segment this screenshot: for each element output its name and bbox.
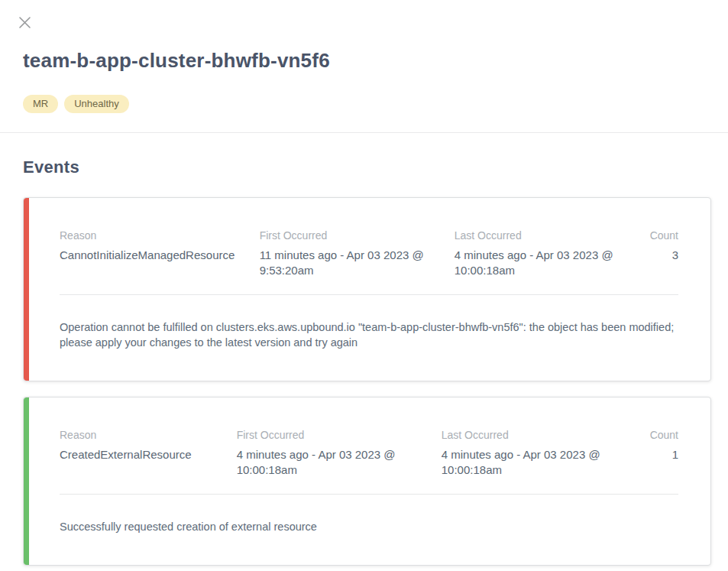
error-status-bar [24, 198, 29, 381]
first-occurred-column: First Occurred 11 minutes ago - Apr 03 2… [260, 229, 455, 278]
close-button[interactable] [12, 10, 37, 35]
last-occurred-column: Last Occurred 4 minutes ago - Apr 03 202… [455, 229, 632, 278]
column-header-reason: Reason [60, 428, 237, 442]
column-header-last-occurred: Last Occurred [442, 428, 632, 442]
card-divider [60, 494, 678, 495]
event-last-occurred: 4 minutes ago - Apr 03 2023 @ 10:00:18am [442, 447, 632, 478]
event-table: Reason CreatedExternalResource First Occ… [60, 428, 678, 478]
event-first-occurred: 11 minutes ago - Apr 03 2023 @ 9:53:20am [260, 248, 455, 278]
badge-row: MR Unhealthy [23, 95, 728, 113]
event-count: 1 [632, 447, 678, 462]
count-column: Count 1 [632, 428, 678, 478]
page-title: team-b-app-cluster-bhwfb-vn5f6 [23, 49, 728, 72]
events-heading: Events [23, 157, 728, 177]
event-first-occurred: 4 minutes ago - Apr 03 2023 @ 10:00:18am [237, 447, 442, 478]
resource-detail-panel: { "modal": { "title": "team-b-app-cluste… [0, 0, 728, 571]
first-occurred-column: First Occurred 4 minutes ago - Apr 03 20… [237, 428, 442, 478]
column-header-count: Count [632, 229, 678, 242]
event-message: Operation cannot be fulfilled on cluster… [60, 320, 678, 350]
success-status-bar [24, 397, 29, 565]
reason-column: Reason CannotInitializeManagedResource [60, 229, 260, 278]
column-header-first-occurred: First Occurred [237, 428, 442, 442]
badge-unhealthy: Unhealthy [64, 95, 129, 113]
reason-column: Reason CreatedExternalResource [60, 428, 237, 478]
event-last-occurred: 4 minutes ago - Apr 03 2023 @ 10:00:18am [455, 248, 632, 278]
event-count: 3 [632, 248, 678, 263]
event-reason: CannotInitializeManagedResource [60, 248, 260, 263]
header-divider [0, 132, 728, 133]
event-message: Successfully requested creation of exter… [60, 519, 678, 534]
event-card-error: Reason CannotInitializeManagedResource F… [23, 197, 711, 381]
card-divider [60, 294, 678, 295]
column-header-first-occurred: First Occurred [260, 229, 455, 242]
count-column: Count 3 [632, 229, 678, 278]
column-header-reason: Reason [60, 229, 260, 242]
column-header-last-occurred: Last Occurred [455, 229, 632, 242]
column-header-count: Count [632, 428, 678, 442]
event-card-success: Reason CreatedExternalResource First Occ… [23, 397, 711, 566]
close-icon [18, 16, 31, 29]
last-occurred-column: Last Occurred 4 minutes ago - Apr 03 202… [442, 428, 632, 478]
event-table: Reason CannotInitializeManagedResource F… [60, 229, 678, 278]
badge-mr: MR [23, 95, 58, 113]
event-reason: CreatedExternalResource [60, 447, 237, 462]
